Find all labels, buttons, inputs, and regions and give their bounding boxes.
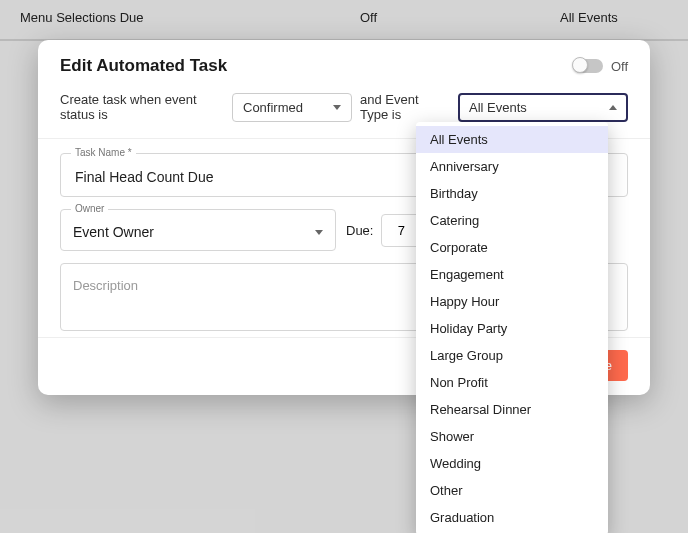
sentence-prefix: Create task when event status is [60, 92, 224, 122]
status-toggle[interactable] [573, 59, 603, 73]
event-type-select[interactable]: All Events [458, 93, 628, 122]
background-task-row[interactable]: Menu Selections Due Off All Events [0, 0, 688, 41]
owner-select[interactable]: Owner Event Owner [60, 209, 336, 251]
event-type-option[interactable]: All Events [416, 126, 608, 153]
status-select-value: Confirmed [243, 100, 303, 115]
event-type-option[interactable]: Birthday [416, 180, 608, 207]
due-label: Due: [346, 223, 373, 238]
event-type-option[interactable]: Corporate [416, 234, 608, 261]
modal-header: Edit Automated Task Off [38, 40, 650, 86]
status-toggle-label: Off [611, 59, 628, 74]
modal-title: Edit Automated Task [60, 56, 227, 76]
owner-label: Owner [71, 203, 108, 214]
event-type-option[interactable]: Rehearsal Dinner [416, 396, 608, 423]
event-type-option[interactable]: Large Group [416, 342, 608, 369]
toggle-knob [572, 57, 588, 73]
status-select[interactable]: Confirmed [232, 93, 352, 122]
status-toggle-wrap[interactable]: Off [573, 59, 628, 74]
chevron-up-icon [609, 105, 617, 110]
owner-select-value: Event Owner [73, 224, 154, 240]
event-type-option[interactable]: Wedding [416, 450, 608, 477]
event-type-option[interactable]: Engagement [416, 261, 608, 288]
event-type-option[interactable]: Happy Hour [416, 288, 608, 315]
event-type-option[interactable]: Holiday Party [416, 315, 608, 342]
bg-task-name: Menu Selections Due [20, 10, 360, 25]
chevron-down-icon [315, 230, 323, 235]
event-type-option[interactable]: Anniversary [416, 153, 608, 180]
event-type-option[interactable]: Shower [416, 423, 608, 450]
event-type-select-value: All Events [469, 100, 527, 115]
bg-task-scope: All Events [560, 10, 668, 25]
description-placeholder: Description [73, 278, 138, 293]
bg-task-state: Off [360, 10, 560, 25]
event-type-option[interactable]: Other [416, 477, 608, 504]
event-type-option[interactable]: Non Profit [416, 369, 608, 396]
event-type-option[interactable]: Graduation [416, 504, 608, 531]
event-type-option[interactable]: Catering [416, 207, 608, 234]
event-type-dropdown[interactable]: All EventsAnniversaryBirthdayCateringCor… [416, 122, 608, 533]
chevron-down-icon [333, 105, 341, 110]
sentence-mid: and Event Type is [360, 92, 450, 122]
task-name-label: Task Name * [71, 147, 136, 158]
